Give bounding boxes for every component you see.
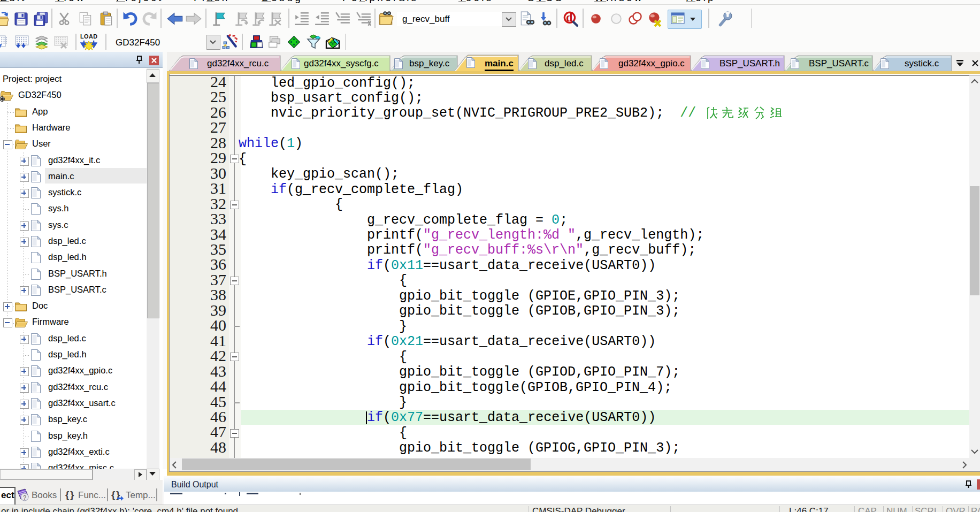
- svg-text:?: ?: [23, 494, 26, 501]
